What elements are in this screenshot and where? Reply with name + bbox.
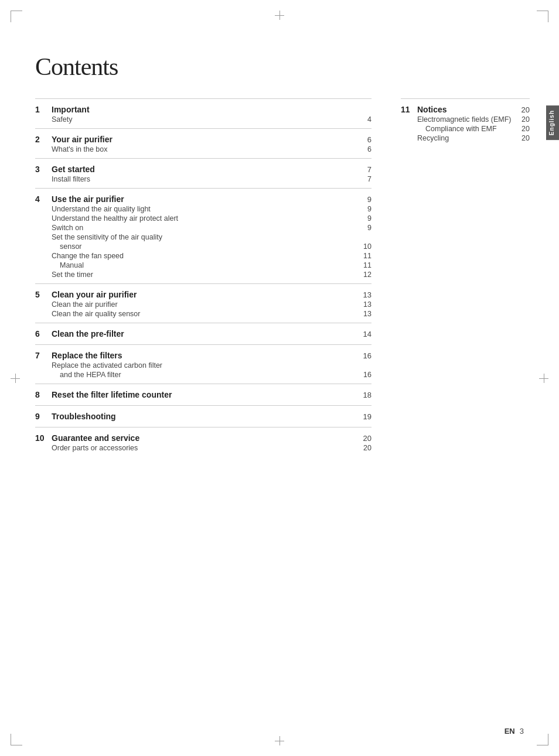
- toc-entry-number: 5: [35, 290, 46, 299]
- toc-main-label: 4Use the air purifier: [35, 194, 124, 204]
- toc-sub-label: Install filters: [52, 175, 90, 183]
- toc-sub-row: Electromagnetic fields (EMF)20: [401, 115, 530, 124]
- footer-language: EN: [505, 727, 515, 736]
- toc-sub-label: Manual: [60, 261, 84, 269]
- corner-mark-tl: [11, 11, 22, 22]
- toc-main-row: 8Reset the filter lifetime counter18: [35, 390, 371, 399]
- toc-entry-page: 9: [367, 195, 371, 204]
- crosshair-bottom: [275, 736, 284, 745]
- toc-sub-row: sensor10: [35, 242, 371, 251]
- toc-entry-title: Notices: [417, 105, 447, 114]
- toc-sub-label: Switch on: [52, 224, 83, 232]
- toc-sub-row: Understand the healthy air protect alert…: [35, 214, 371, 223]
- toc-section: 3Get started7Install filters7: [35, 158, 371, 188]
- toc-entry-title: Get started: [52, 165, 95, 174]
- toc-main-label: 7Replace the filters: [35, 351, 122, 360]
- toc-entry-number: 6: [35, 329, 46, 338]
- toc-sub-row: Manual11: [35, 261, 371, 269]
- toc-main-row: 10Guarantee and service20: [35, 433, 371, 443]
- toc-sub-label: Set the timer: [52, 271, 93, 279]
- toc-sub-label: Electromagnetic fields (EMF): [417, 115, 511, 124]
- page-footer: EN 3: [505, 727, 524, 736]
- toc-sub-label: Understand the air quality light: [52, 205, 151, 213]
- toc-entry-number: 8: [35, 390, 46, 399]
- toc-sub-row: Clean the air quality sensor13: [35, 310, 371, 318]
- footer-page: 3: [520, 727, 524, 736]
- toc-entry-title: Troubleshooting: [52, 412, 116, 421]
- main-content: Contents 1ImportantSafety42Your air puri…: [35, 53, 530, 721]
- toc-sub-row: Clean the air purifier13: [35, 300, 371, 309]
- toc-sub-row: Recycling20: [401, 134, 530, 142]
- toc-entry-page: 20: [363, 434, 371, 443]
- toc-entry-page: 7: [367, 165, 371, 174]
- toc-sub-page: 10: [363, 242, 371, 251]
- toc-sub-page: 12: [363, 271, 371, 279]
- toc-main-row: 6Clean the pre-filter14: [35, 329, 371, 338]
- toc-main-label: 2Your air purifier: [35, 135, 113, 144]
- toc-sub-page: 20: [521, 125, 530, 133]
- toc-main-row: 2Your air purifier6: [35, 135, 371, 144]
- crosshair-right: [539, 374, 548, 383]
- toc-sub-row: Change the fan speed11: [35, 252, 371, 260]
- toc-main-row: 5Clean your air purifier13: [35, 290, 371, 299]
- toc-sub-row: Replace the activated carbon filter: [35, 361, 371, 370]
- toc-main-label: 10Guarantee and service: [35, 433, 139, 443]
- toc-sub-row: Understand the air quality light9: [35, 205, 371, 213]
- corner-mark-br: [537, 734, 548, 745]
- toc-entry-title: Clean your air purifier: [52, 290, 137, 299]
- toc-main-label: 3Get started: [35, 165, 95, 174]
- toc-sub-label: Order parts or accessories: [52, 444, 138, 452]
- toc-section: 10Guarantee and service20Order parts or …: [35, 427, 371, 457]
- toc-main-row: 11Notices20: [401, 105, 530, 114]
- toc-sub-label: and the HEPA filter: [60, 371, 121, 379]
- toc-sub-page: 9: [367, 224, 371, 232]
- toc-sub-label: Change the fan speed: [52, 252, 124, 260]
- toc-section: 7Replace the filters16Replace the activa…: [35, 344, 371, 384]
- toc-entry-title: Use the air purifier: [52, 194, 124, 204]
- toc-entry-page: 19: [363, 412, 371, 421]
- toc-sub-row: Switch on9: [35, 224, 371, 232]
- toc-sub-row: Compliance with EMF20: [401, 125, 530, 133]
- toc-entry-title: Reset the filter lifetime counter: [52, 390, 172, 399]
- toc-main-row: 4Use the air purifier9: [35, 194, 371, 204]
- toc-sub-label: Understand the healthy air protect alert: [52, 214, 178, 223]
- toc-entry-number: 10: [35, 433, 46, 443]
- page-title: Contents: [35, 53, 530, 81]
- toc-sub-row: and the HEPA filter16: [35, 371, 371, 379]
- crosshair-top: [275, 11, 284, 20]
- toc-sub-row: Install filters7: [35, 175, 371, 183]
- toc-sub-label: Set the sensitivity of the air quality: [52, 233, 162, 241]
- toc-main-row: 9Troubleshooting19: [35, 412, 371, 421]
- corner-mark-bl: [11, 734, 22, 745]
- toc-left-column: 1ImportantSafety42Your air purifier6What…: [35, 98, 371, 457]
- toc-sub-page: 20: [521, 115, 530, 124]
- toc-sub-label: Clean the air quality sensor: [52, 310, 140, 318]
- toc-entry-title: Clean the pre-filter: [52, 329, 124, 338]
- toc-columns: 1ImportantSafety42Your air purifier6What…: [35, 98, 530, 457]
- toc-sub-page: 16: [363, 371, 371, 379]
- toc-sub-label: sensor: [60, 242, 82, 251]
- toc-sub-page: 20: [521, 134, 530, 142]
- toc-entry-page: 20: [521, 105, 530, 114]
- toc-sub-page: 7: [367, 175, 371, 183]
- toc-section: 2Your air purifier6What's in the box6: [35, 128, 371, 158]
- toc-sub-label: Replace the activated carbon filter: [52, 361, 162, 370]
- toc-main-label: 9Troubleshooting: [35, 412, 116, 421]
- toc-sub-page: 11: [363, 261, 371, 269]
- toc-sub-row: What's in the box6: [35, 145, 371, 153]
- toc-entry-title: Guarantee and service: [52, 433, 139, 443]
- toc-entry-page: 18: [363, 391, 371, 399]
- toc-entry-number: 9: [35, 412, 46, 421]
- toc-entry-number: 11: [401, 105, 411, 114]
- toc-section: 4Use the air purifier9Understand the air…: [35, 188, 371, 283]
- toc-entry-page: 6: [367, 135, 371, 144]
- corner-mark-tr: [537, 11, 548, 22]
- toc-sub-page: 20: [363, 444, 371, 452]
- toc-section: 9Troubleshooting19: [35, 405, 371, 427]
- toc-section: 6Clean the pre-filter14: [35, 323, 371, 344]
- toc-sub-page: 13: [363, 300, 371, 309]
- toc-sub-page: 6: [367, 145, 371, 153]
- toc-section: 1ImportantSafety4: [35, 98, 371, 128]
- toc-entry-number: 4: [35, 194, 46, 204]
- toc-section: 5Clean your air purifier13Clean the air …: [35, 283, 371, 323]
